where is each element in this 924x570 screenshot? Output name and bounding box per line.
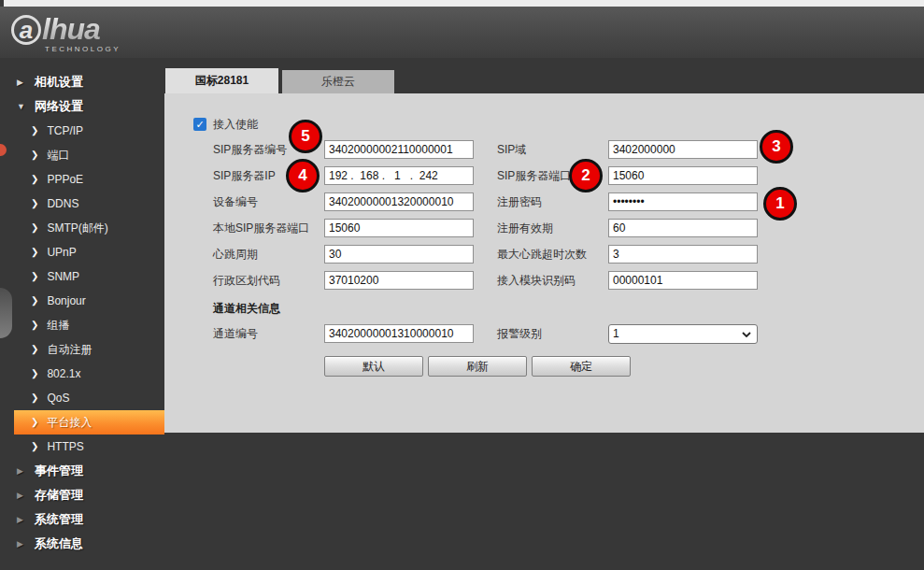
sidebar-item-8021x[interactable]: ❯802.1x	[14, 362, 164, 386]
chevron-right-icon: ❯	[31, 410, 38, 435]
default-button[interactable]: 默认	[324, 356, 423, 377]
sidebar-item-label: UPnP	[47, 240, 76, 264]
callout-4: 4	[286, 159, 320, 192]
sidebar-item-label: PPPoE	[47, 167, 83, 192]
max-heartbeat-timeout-label: 最大心跳超时次数	[497, 245, 587, 264]
callout-5: 5	[289, 120, 322, 153]
admin-region-code-input[interactable]	[324, 271, 474, 290]
device-id-input[interactable]	[324, 192, 474, 211]
sip-server-port-label: SIP服务器端口	[497, 166, 571, 185]
sip-server-id-label: SIP服务器编号	[213, 140, 287, 159]
chevron-right-icon: ❯	[31, 240, 38, 264]
sidebar-item-snmp[interactable]: ❯SNMP	[14, 264, 164, 289]
sidebar-item-network-settings[interactable]: ▼网络设置	[0, 94, 164, 119]
sidebar-item-bonjour[interactable]: ❯Bonjour	[14, 289, 164, 313]
sip-server-ip-label: SIP服务器IP	[213, 166, 276, 185]
callout-2: 2	[569, 159, 603, 192]
sidebar-item-label: Bonjour	[47, 289, 85, 313]
triangle-right-icon: ▶	[17, 507, 26, 532]
register-validity-label: 注册有效期	[497, 219, 553, 237]
sidebar-item-multicast[interactable]: ❯组播	[14, 313, 164, 337]
sidebar-item-pppoe[interactable]: ❯PPPoE	[14, 167, 164, 192]
sidebar-item-auto-register[interactable]: ❯自动注册	[14, 337, 164, 362]
sidebar-item-upnp[interactable]: ❯UPnP	[14, 240, 164, 264]
chevron-right-icon: ❯	[31, 435, 38, 459]
logo-tagline: TECHNOLOGY	[45, 45, 121, 53]
sidebar-item-qos[interactable]: ❯QoS	[14, 386, 164, 410]
sidebar-item-smtp[interactable]: ❯SMTP(邮件)	[14, 216, 164, 240]
channel-id-label: 通道编号	[213, 324, 258, 343]
sidebar-item-ddns[interactable]: ❯DDNS	[14, 192, 164, 216]
sidebar-item-label: TCP/IP	[47, 119, 83, 143]
sidebar-item-label: 网络设置	[35, 94, 83, 119]
chevron-right-icon: ❯	[31, 167, 38, 192]
dahua-logo: alhua TECHNOLOGY	[11, 12, 121, 53]
channel-id-input[interactable]	[324, 324, 474, 343]
register-password-input[interactable]	[608, 192, 758, 211]
admin-region-code-label: 行政区划代码	[213, 271, 280, 290]
chevron-right-icon: ❯	[31, 337, 38, 362]
channel-section-title: 通道相关信息	[213, 301, 280, 317]
top-corner-block	[0, 0, 4, 7]
sip-domain-input[interactable]	[608, 140, 758, 159]
sidebar-item-label: 组播	[47, 313, 69, 337]
register-password-label: 注册密码	[497, 192, 542, 211]
logo-brand-text: lhua	[42, 12, 100, 47]
local-sip-port-input[interactable]	[324, 219, 474, 237]
header-bar: alhua TECHNOLOGY	[0, 7, 924, 58]
refresh-button[interactable]: 刷新	[428, 356, 527, 377]
sidebar-item-label: 自动注册	[47, 337, 92, 362]
sidebar-item-label: SMTP(邮件)	[47, 216, 107, 240]
alarm-level-select[interactable]: 1	[608, 324, 758, 344]
sidebar-item-port[interactable]: ❯端口	[14, 143, 164, 167]
sidebar-item-event-management[interactable]: ▶事件管理	[0, 459, 164, 483]
top-strip	[0, 0, 924, 7]
chevron-right-icon: ❯	[31, 313, 38, 337]
triangle-right-icon: ▶	[17, 70, 26, 94]
sidebar-item-camera-settings[interactable]: ▶相机设置	[0, 70, 164, 94]
sidebar-item-system-management[interactable]: ▶系统管理	[0, 507, 164, 532]
chevron-right-icon: ❯	[31, 192, 38, 216]
enable-checkbox[interactable]: ✓	[193, 118, 206, 131]
sip-server-port-input[interactable]	[608, 166, 758, 185]
chevron-right-icon: ❯	[31, 264, 38, 289]
local-sip-port-label: 本地SIP服务器端口	[213, 219, 309, 237]
sidebar-nav: ▶相机设置 ▼网络设置 ❯TCP/IP ❯端口 ❯PPPoE ❯DDNS ❯SM…	[0, 70, 164, 556]
tab-gb28181[interactable]: 国标28181	[165, 68, 278, 93]
sidebar-collapse-handle[interactable]	[0, 288, 12, 338]
sidebar-item-label: 平台接入	[47, 410, 92, 435]
sip-server-id-input[interactable]	[324, 140, 474, 159]
tab-lechengyun[interactable]: 乐橙云	[282, 70, 394, 93]
sip-server-ip-input[interactable]	[324, 166, 474, 185]
register-validity-input[interactable]	[608, 219, 758, 237]
chevron-right-icon: ❯	[31, 386, 38, 410]
triangle-right-icon: ▶	[17, 459, 26, 483]
triangle-right-icon: ▶	[17, 483, 26, 507]
sidebar-item-tcpip[interactable]: ❯TCP/IP	[14, 119, 164, 143]
sidebar-item-label: DDNS	[47, 192, 78, 216]
access-module-id-input[interactable]	[608, 271, 758, 290]
sidebar-item-label: 端口	[47, 143, 69, 167]
callout-1: 1	[763, 187, 797, 221]
chevron-down-icon	[742, 332, 751, 337]
sidebar-item-https[interactable]: ❯HTTPS	[14, 435, 164, 459]
sidebar-item-label: 事件管理	[35, 459, 83, 483]
access-module-id-label: 接入模块识别码	[497, 271, 576, 290]
chevron-right-icon: ❯	[31, 143, 38, 167]
max-heartbeat-timeout-input[interactable]	[608, 245, 758, 264]
chevron-right-icon: ❯	[31, 216, 38, 240]
heartbeat-period-input[interactable]	[324, 245, 474, 264]
chevron-right-icon: ❯	[31, 362, 38, 386]
sidebar-item-platform-access[interactable]: ❯平台接入	[14, 410, 164, 435]
callout-3: 3	[760, 130, 793, 164]
alarm-level-label: 报警级别	[497, 324, 542, 343]
sidebar-item-storage-management[interactable]: ▶存储管理	[0, 483, 164, 507]
logo-a-circle: a	[11, 15, 41, 45]
sip-domain-label: SIP域	[497, 140, 526, 159]
sidebar-item-label: 系统信息	[35, 532, 83, 556]
chevron-right-icon: ❯	[31, 119, 38, 143]
sidebar-item-label: 相机设置	[35, 70, 83, 94]
triangle-down-icon: ▼	[17, 94, 26, 119]
sidebar-item-system-info[interactable]: ▶系统信息	[0, 532, 164, 556]
confirm-button[interactable]: 确定	[532, 356, 631, 377]
